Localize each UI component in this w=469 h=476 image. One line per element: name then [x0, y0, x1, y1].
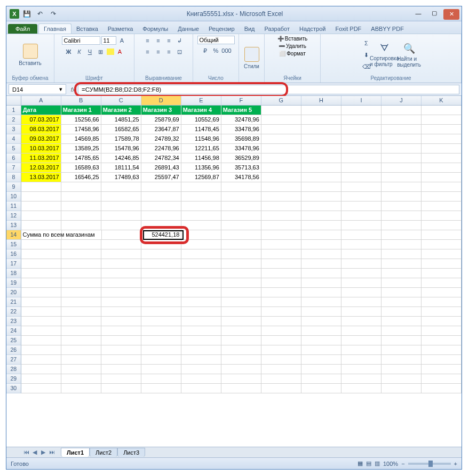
cell[interactable]: [422, 288, 462, 297]
cell[interactable]: [21, 249, 61, 259]
sheet-last-icon[interactable]: ⏭: [48, 449, 55, 456]
tab-abbyy[interactable]: ABBYY PDF: [366, 24, 409, 34]
tab-developer[interactable]: Разработ: [260, 24, 295, 34]
cell[interactable]: [101, 278, 141, 288]
row-header[interactable]: 8: [6, 173, 21, 182]
cell[interactable]: [341, 374, 381, 384]
cell[interactable]: 17458,96: [61, 125, 101, 134]
cell[interactable]: [422, 230, 462, 240]
cell[interactable]: Магазин 5: [221, 106, 261, 115]
cell[interactable]: [381, 201, 422, 211]
cell[interactable]: [381, 230, 422, 240]
col-header-I[interactable]: I: [341, 96, 381, 105]
cell[interactable]: 15478,96: [101, 144, 141, 154]
cell[interactable]: [422, 125, 462, 134]
align-mid-icon[interactable]: ≡: [154, 36, 163, 45]
sheet-tab-2[interactable]: Лист2: [90, 448, 117, 457]
cell[interactable]: [301, 297, 341, 307]
cell[interactable]: [341, 221, 381, 230]
cell[interactable]: [181, 317, 221, 326]
cell[interactable]: [261, 144, 301, 154]
cell[interactable]: [62, 230, 102, 240]
cell[interactable]: [61, 288, 101, 297]
cell[interactable]: [261, 134, 301, 144]
cell[interactable]: [301, 125, 341, 134]
cell[interactable]: [261, 115, 301, 125]
cell[interactable]: [221, 297, 261, 307]
cell[interactable]: [181, 297, 221, 307]
cell[interactable]: [341, 259, 381, 269]
cell[interactable]: [301, 201, 341, 211]
cell[interactable]: 22478,96: [141, 144, 181, 154]
cell[interactable]: [422, 182, 462, 192]
close-button[interactable]: ✕: [443, 9, 459, 20]
cell[interactable]: [301, 192, 341, 201]
cell[interactable]: 26891,43: [141, 163, 181, 173]
cell[interactable]: [261, 278, 301, 288]
cell[interactable]: [101, 307, 141, 317]
font-size-combo[interactable]: 11: [101, 36, 116, 45]
cells-insert-label[interactable]: Вставить: [285, 36, 307, 42]
row-header[interactable]: 4: [6, 134, 21, 144]
save-icon[interactable]: 💾: [21, 9, 33, 19]
zoom-in-icon[interactable]: +: [454, 461, 457, 467]
cell[interactable]: [61, 297, 101, 307]
bold-button[interactable]: Ж: [64, 47, 74, 57]
cell[interactable]: [261, 154, 301, 163]
cell[interactable]: Магазин 1: [61, 106, 101, 115]
cell[interactable]: [221, 192, 261, 201]
cell[interactable]: [61, 211, 101, 221]
cell[interactable]: [301, 355, 341, 365]
row-header[interactable]: 5: [6, 144, 21, 154]
cell[interactable]: [301, 259, 341, 269]
cell[interactable]: [101, 201, 141, 211]
cell[interactable]: [381, 249, 422, 259]
cell[interactable]: [422, 365, 462, 374]
cell[interactable]: [261, 317, 301, 326]
cell[interactable]: [221, 278, 261, 288]
cell[interactable]: [141, 365, 181, 374]
cell[interactable]: [422, 173, 462, 182]
cell[interactable]: [101, 269, 141, 278]
cell[interactable]: [61, 365, 101, 374]
cell[interactable]: [301, 288, 341, 297]
sheet-next-icon[interactable]: ▶: [39, 449, 47, 456]
cell[interactable]: [301, 240, 341, 249]
cell[interactable]: [422, 240, 462, 249]
cell[interactable]: [221, 326, 261, 336]
row-header[interactable]: 28: [6, 365, 21, 374]
cell[interactable]: [422, 134, 462, 144]
tab-data[interactable]: Данные: [173, 24, 204, 34]
row-header[interactable]: 17: [6, 259, 21, 269]
cell[interactable]: [181, 221, 221, 230]
cell[interactable]: [261, 269, 301, 278]
cell[interactable]: [141, 336, 181, 345]
cell[interactable]: [381, 365, 422, 374]
cell[interactable]: [21, 269, 61, 278]
row-header[interactable]: 6: [6, 154, 21, 163]
cell[interactable]: [381, 259, 422, 269]
cell[interactable]: [181, 307, 221, 317]
cell[interactable]: [61, 345, 101, 355]
font-color-icon[interactable]: A: [115, 47, 125, 57]
cell[interactable]: 35713,63: [221, 163, 261, 173]
cell[interactable]: 13589,25: [61, 144, 101, 154]
cell[interactable]: Магазин 4: [181, 106, 221, 115]
cell[interactable]: 25597,47: [141, 173, 181, 182]
cell[interactable]: [221, 221, 261, 230]
cell[interactable]: [261, 182, 301, 192]
cell[interactable]: [381, 163, 422, 173]
cell[interactable]: [261, 345, 301, 355]
cell[interactable]: [341, 345, 381, 355]
cell[interactable]: [61, 249, 101, 259]
cell[interactable]: [422, 163, 462, 173]
cell[interactable]: [422, 326, 462, 336]
cell[interactable]: 14569,85: [61, 134, 101, 144]
cell[interactable]: [341, 211, 381, 221]
cell[interactable]: [381, 115, 422, 125]
minimize-button[interactable]: —: [410, 8, 426, 19]
cell[interactable]: 25879,69: [141, 115, 181, 125]
row-header[interactable]: 26: [6, 345, 21, 355]
row-header[interactable]: 19: [6, 278, 21, 288]
row-header[interactable]: 23: [6, 317, 21, 326]
